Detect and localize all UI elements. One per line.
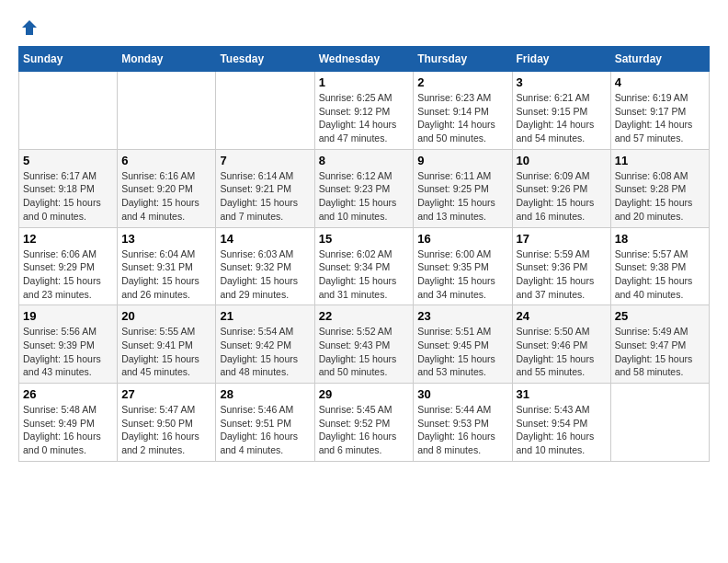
calendar-cell: 26Sunrise: 5:48 AM Sunset: 9:49 PM Dayli…	[19, 384, 118, 462]
day-info: Sunrise: 6:04 AM Sunset: 9:31 PM Dayligh…	[121, 247, 211, 302]
day-info: Sunrise: 5:57 AM Sunset: 9:38 PM Dayligh…	[615, 247, 705, 302]
day-number: 17	[517, 232, 607, 246]
day-number: 14	[220, 232, 310, 246]
day-number: 16	[417, 232, 507, 246]
day-info: Sunrise: 5:43 AM Sunset: 9:54 PM Dayligh…	[517, 403, 607, 457]
calendar-cell: 7Sunrise: 6:14 AM Sunset: 9:21 PM Daylig…	[216, 149, 314, 227]
day-info: Sunrise: 6:23 AM Sunset: 9:14 PM Dayligh…	[417, 91, 507, 145]
calendar-cell: 21Sunrise: 5:54 AM Sunset: 9:42 PM Dayli…	[216, 305, 314, 384]
calendar-cell: 6Sunrise: 6:16 AM Sunset: 9:20 PM Daylig…	[118, 149, 216, 227]
day-number: 4	[615, 75, 705, 89]
calendar-table: SundayMondayTuesdayWednesdayThursdayFrid…	[18, 46, 710, 462]
day-number: 12	[23, 232, 113, 246]
week-row-3: 19Sunrise: 5:56 AM Sunset: 9:39 PM Dayli…	[19, 305, 710, 384]
calendar-cell: 22Sunrise: 5:52 AM Sunset: 9:43 PM Dayli…	[314, 305, 414, 384]
day-number: 5	[23, 154, 113, 167]
day-info: Sunrise: 5:52 AM Sunset: 9:43 PM Dayligh…	[319, 325, 410, 379]
day-number: 27	[121, 387, 211, 401]
day-number: 29	[319, 387, 410, 401]
calendar-cell: 30Sunrise: 5:44 AM Sunset: 9:53 PM Dayli…	[414, 384, 512, 462]
calendar-cell: 2Sunrise: 6:23 AM Sunset: 9:14 PM Daylig…	[414, 72, 512, 150]
day-info: Sunrise: 5:56 AM Sunset: 9:39 PM Dayligh…	[23, 325, 113, 379]
logo	[18, 18, 39, 37]
day-number: 9	[417, 154, 507, 167]
calendar-cell: 4Sunrise: 6:19 AM Sunset: 9:17 PM Daylig…	[610, 72, 709, 150]
calendar-cell: 25Sunrise: 5:49 AM Sunset: 9:47 PM Dayli…	[610, 305, 709, 384]
day-number: 26	[23, 387, 113, 401]
day-info: Sunrise: 6:21 AM Sunset: 9:15 PM Dayligh…	[517, 91, 607, 145]
day-number: 10	[517, 154, 607, 167]
calendar-cell: 15Sunrise: 6:02 AM Sunset: 9:34 PM Dayli…	[314, 227, 414, 305]
day-info: Sunrise: 5:45 AM Sunset: 9:52 PM Dayligh…	[319, 403, 410, 457]
logo-icon	[20, 18, 39, 37]
weekday-header-sunday: Sunday	[19, 47, 118, 72]
day-info: Sunrise: 5:49 AM Sunset: 9:47 PM Dayligh…	[615, 325, 705, 379]
day-number: 24	[517, 309, 607, 323]
day-info: Sunrise: 6:14 AM Sunset: 9:21 PM Dayligh…	[220, 169, 310, 224]
calendar-cell: 10Sunrise: 6:09 AM Sunset: 9:26 PM Dayli…	[512, 149, 610, 227]
day-number: 1	[319, 75, 410, 89]
day-number: 28	[220, 387, 310, 401]
calendar-cell	[19, 72, 118, 150]
calendar-cell: 14Sunrise: 6:03 AM Sunset: 9:32 PM Dayli…	[216, 227, 314, 305]
calendar-cell: 19Sunrise: 5:56 AM Sunset: 9:39 PM Dayli…	[19, 305, 118, 384]
calendar-cell: 23Sunrise: 5:51 AM Sunset: 9:45 PM Dayli…	[414, 305, 512, 384]
day-number: 31	[517, 387, 607, 401]
calendar-cell	[216, 72, 314, 150]
day-number: 22	[319, 309, 410, 323]
week-row-1: 5Sunrise: 6:17 AM Sunset: 9:18 PM Daylig…	[19, 149, 710, 227]
calendar-cell: 12Sunrise: 6:06 AM Sunset: 9:29 PM Dayli…	[19, 227, 118, 305]
day-info: Sunrise: 6:09 AM Sunset: 9:26 PM Dayligh…	[517, 169, 607, 224]
weekday-header-thursday: Thursday	[414, 47, 512, 72]
day-info: Sunrise: 6:03 AM Sunset: 9:32 PM Dayligh…	[220, 247, 310, 302]
day-number: 6	[121, 154, 211, 167]
day-info: Sunrise: 6:16 AM Sunset: 9:20 PM Dayligh…	[121, 169, 211, 224]
day-number: 3	[517, 75, 607, 89]
weekday-header-tuesday: Tuesday	[216, 47, 314, 72]
day-info: Sunrise: 5:59 AM Sunset: 9:36 PM Dayligh…	[517, 247, 607, 302]
calendar-cell: 31Sunrise: 5:43 AM Sunset: 9:54 PM Dayli…	[512, 384, 610, 462]
weekday-header-friday: Friday	[512, 47, 610, 72]
calendar-cell: 27Sunrise: 5:47 AM Sunset: 9:50 PM Dayli…	[118, 384, 216, 462]
day-info: Sunrise: 6:02 AM Sunset: 9:34 PM Dayligh…	[319, 247, 410, 302]
day-info: Sunrise: 5:44 AM Sunset: 9:53 PM Dayligh…	[417, 403, 507, 457]
day-number: 13	[121, 232, 211, 246]
calendar-cell: 9Sunrise: 6:11 AM Sunset: 9:25 PM Daylig…	[414, 149, 512, 227]
weekday-header-monday: Monday	[118, 47, 216, 72]
day-number: 11	[615, 154, 705, 167]
calendar-cell: 8Sunrise: 6:12 AM Sunset: 9:23 PM Daylig…	[314, 149, 414, 227]
day-info: Sunrise: 6:17 AM Sunset: 9:18 PM Dayligh…	[23, 169, 113, 224]
day-info: Sunrise: 5:54 AM Sunset: 9:42 PM Dayligh…	[220, 325, 310, 379]
day-number: 30	[417, 387, 507, 401]
day-info: Sunrise: 5:47 AM Sunset: 9:50 PM Dayligh…	[121, 403, 211, 457]
calendar-cell: 29Sunrise: 5:45 AM Sunset: 9:52 PM Dayli…	[314, 384, 414, 462]
calendar-cell	[118, 72, 216, 150]
week-row-2: 12Sunrise: 6:06 AM Sunset: 9:29 PM Dayli…	[19, 227, 710, 305]
calendar-cell: 17Sunrise: 5:59 AM Sunset: 9:36 PM Dayli…	[512, 227, 610, 305]
day-number: 8	[319, 154, 410, 167]
calendar-cell: 24Sunrise: 5:50 AM Sunset: 9:46 PM Dayli…	[512, 305, 610, 384]
day-info: Sunrise: 6:00 AM Sunset: 9:35 PM Dayligh…	[417, 247, 507, 302]
day-number: 19	[23, 309, 113, 323]
calendar-cell: 3Sunrise: 6:21 AM Sunset: 9:15 PM Daylig…	[512, 72, 610, 150]
calendar-cell: 11Sunrise: 6:08 AM Sunset: 9:28 PM Dayli…	[610, 149, 709, 227]
day-info: Sunrise: 6:06 AM Sunset: 9:29 PM Dayligh…	[23, 247, 113, 302]
weekday-header-row: SundayMondayTuesdayWednesdayThursdayFrid…	[19, 47, 710, 72]
calendar-cell: 28Sunrise: 5:46 AM Sunset: 9:51 PM Dayli…	[216, 384, 314, 462]
calendar-cell	[610, 384, 709, 462]
day-info: Sunrise: 5:50 AM Sunset: 9:46 PM Dayligh…	[517, 325, 607, 379]
day-info: Sunrise: 5:51 AM Sunset: 9:45 PM Dayligh…	[417, 325, 507, 379]
day-info: Sunrise: 6:11 AM Sunset: 9:25 PM Dayligh…	[417, 169, 507, 224]
day-number: 2	[417, 75, 507, 89]
week-row-4: 26Sunrise: 5:48 AM Sunset: 9:49 PM Dayli…	[19, 384, 710, 462]
calendar-cell: 5Sunrise: 6:17 AM Sunset: 9:18 PM Daylig…	[19, 149, 118, 227]
page-header	[18, 18, 710, 37]
day-info: Sunrise: 5:46 AM Sunset: 9:51 PM Dayligh…	[220, 403, 310, 457]
day-info: Sunrise: 5:55 AM Sunset: 9:41 PM Dayligh…	[121, 325, 211, 379]
day-info: Sunrise: 5:48 AM Sunset: 9:49 PM Dayligh…	[23, 403, 113, 457]
day-number: 7	[220, 154, 310, 167]
calendar-cell: 16Sunrise: 6:00 AM Sunset: 9:35 PM Dayli…	[414, 227, 512, 305]
week-row-0: 1Sunrise: 6:25 AM Sunset: 9:12 PM Daylig…	[19, 72, 710, 150]
day-number: 21	[220, 309, 310, 323]
day-info: Sunrise: 6:08 AM Sunset: 9:28 PM Dayligh…	[615, 169, 705, 224]
